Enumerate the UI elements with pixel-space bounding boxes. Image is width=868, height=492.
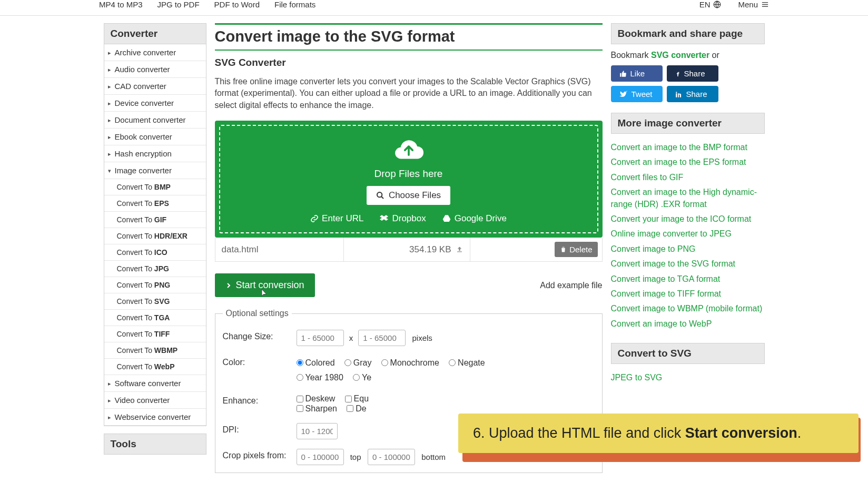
dpi-label: DPI: — [223, 423, 297, 435]
more-link[interactable]: Convert an image to the BMP format — [611, 143, 747, 152]
radio-negate[interactable]: Negate — [449, 356, 485, 370]
nav-link-pdfword[interactable]: PDF to Word — [214, 0, 260, 9]
sub-png[interactable]: Convert To PNG — [104, 277, 206, 293]
check-equ[interactable]: Equ — [345, 394, 369, 404]
dropbox-icon — [379, 214, 389, 223]
check-sharpen[interactable]: Sharpen — [297, 404, 338, 414]
nav-link-formats[interactable]: File formats — [274, 0, 315, 9]
height-input[interactable] — [358, 330, 406, 346]
bookmark-header: Bookmark and share page — [611, 23, 765, 44]
cat-hash[interactable]: Hash encryption — [104, 145, 206, 162]
subtitle: SVG Converter — [215, 57, 603, 68]
cat-software[interactable]: Software converter — [104, 375, 206, 392]
check-de[interactable]: De — [347, 404, 366, 414]
linkedin-share-button[interactable]: Share — [667, 86, 718, 102]
drop-text: Drop Files here — [226, 168, 591, 180]
cat-video[interactable]: Video converter — [104, 392, 206, 409]
convert-link[interactable]: AI to SVG — [611, 429, 648, 438]
radio-gray[interactable]: Gray — [344, 356, 372, 370]
sub-eps[interactable]: Convert To EPS — [104, 195, 206, 212]
more-header: More image converter — [611, 113, 765, 134]
sub-tga[interactable]: Convert To TGA — [104, 310, 206, 326]
dpi-input[interactable] — [297, 423, 338, 439]
enter-url-link[interactable]: Enter URL — [310, 213, 363, 224]
sub-svg[interactable]: Convert To SVG — [104, 293, 206, 310]
main-content: Convert image to the SVG format SVG Conv… — [215, 23, 603, 473]
page-title: Convert image to the SVG format — [215, 28, 603, 45]
more-link[interactable]: Online image converter to JPEG — [611, 229, 732, 238]
radio-ye[interactable]: Ye — [353, 370, 371, 385]
more-link[interactable]: Convert image to TIFF format — [611, 289, 722, 298]
file-row: data.html 354.19 KB Delete — [215, 238, 603, 262]
radio-colored[interactable]: Colored — [297, 356, 335, 370]
choose-files-button[interactable]: Choose Files — [367, 186, 450, 205]
convert-link[interactable]: JPEG to SVG — [611, 373, 663, 382]
gdrive-link[interactable]: Google Drive — [442, 213, 507, 224]
converter-list: Archive converter Audio converter CAD co… — [104, 44, 206, 426]
sub-bmp[interactable]: Convert To BMP — [104, 179, 206, 195]
more-link[interactable]: Convert your image to the ICO format — [611, 214, 752, 223]
radio-1980[interactable]: Year 1980 — [297, 370, 343, 385]
crop-bottom-input[interactable] — [368, 449, 415, 465]
menu-toggle[interactable]: Menu — [738, 0, 769, 9]
more-link[interactable]: Convert files to GIF — [611, 173, 684, 182]
thumbs-up-icon — [619, 70, 627, 77]
cat-document[interactable]: Document converter — [104, 112, 206, 129]
cat-archive[interactable]: Archive converter — [104, 44, 206, 61]
width-input[interactable] — [297, 330, 344, 346]
tools-header: Tools — [104, 434, 206, 455]
radio-mono[interactable]: Monochrome — [381, 356, 439, 370]
sub-hdr[interactable]: Convert To HDR/EXR — [104, 228, 206, 244]
convert-link[interactable]: EPS to SVG — [611, 444, 657, 453]
size-label: Change Size: — [223, 330, 297, 341]
nav-link-mp4mp3[interactable]: MP4 to MP3 — [99, 0, 143, 9]
fb-like-button[interactable]: Like — [611, 65, 663, 82]
upload-icon — [456, 245, 463, 253]
more-link[interactable]: Convert image to TGA format — [611, 274, 721, 283]
hamburger-icon — [761, 1, 769, 8]
more-links: Convert an image to the BMP format Conve… — [611, 140, 765, 331]
tweet-button[interactable]: Tweet — [611, 86, 663, 102]
cat-audio[interactable]: Audio converter — [104, 61, 206, 78]
top-nav: MP4 to MP3 JPG to PDF PDF to Word File f… — [0, 0, 868, 16]
check-deskew[interactable]: Deskew — [297, 394, 336, 404]
cat-device[interactable]: Device converter — [104, 95, 206, 112]
sub-wbmp[interactable]: Convert To WBMP — [104, 342, 206, 359]
delete-button[interactable]: Delete — [555, 242, 597, 257]
cursor-icon — [260, 288, 268, 299]
start-conversion-button[interactable]: Start conversion — [215, 273, 315, 297]
more-link[interactable]: Convert image to the SVG format — [611, 259, 736, 268]
gdrive-icon — [442, 214, 451, 223]
more-link[interactable]: Convert an image to WebP — [611, 319, 712, 328]
cloud-upload-icon — [393, 136, 424, 160]
cat-image[interactable]: Image converter — [104, 162, 206, 179]
optional-legend: Optional settings — [223, 309, 292, 318]
sub-webp[interactable]: Convert To WebP — [104, 359, 206, 375]
more-link[interactable]: Convert image to WBMP (mobile format) — [611, 304, 763, 313]
cat-ebook[interactable]: Ebook converter — [104, 129, 206, 145]
crop-label: Crop pixels from: — [223, 449, 297, 460]
add-example-link[interactable]: Add example file — [540, 281, 602, 290]
link-icon — [310, 214, 319, 223]
optional-settings: Optional settings Change Size: x pixels … — [215, 309, 603, 473]
lang-switch[interactable]: EN — [699, 0, 722, 9]
dropzone[interactable]: Drop Files here Choose Files Enter URL D… — [215, 121, 603, 238]
sub-gif[interactable]: Convert To GIF — [104, 212, 206, 228]
dropbox-link[interactable]: Dropbox — [379, 213, 426, 224]
fb-share-button[interactable]: Share — [667, 65, 718, 82]
bookmark-link[interactable]: SVG converter — [651, 51, 709, 60]
more-link[interactable]: Convert an image to the High dynamic-ran… — [611, 188, 757, 208]
more-link[interactable]: Convert image to PNG — [611, 244, 696, 253]
sub-tiff[interactable]: Convert To TIFF — [104, 326, 206, 342]
sub-ico[interactable]: Convert To ICO — [104, 244, 206, 261]
color-label: Color: — [223, 356, 297, 367]
crop-top-input[interactable] — [297, 449, 344, 465]
cat-webservice[interactable]: Webservice converter — [104, 409, 206, 426]
svg-point-1 — [377, 192, 382, 197]
nav-link-jpgpdf[interactable]: JPG to PDF — [157, 0, 200, 9]
sub-jpg[interactable]: Convert To JPG — [104, 261, 206, 277]
convert-links: JPEG to SVG CDR to SVG AI to SVG EPS to … — [611, 370, 765, 457]
cat-cad[interactable]: CAD converter — [104, 78, 206, 95]
convert-link[interactable]: CDR to SVG — [611, 414, 659, 423]
more-link[interactable]: Convert an image to the EPS format — [611, 158, 746, 166]
